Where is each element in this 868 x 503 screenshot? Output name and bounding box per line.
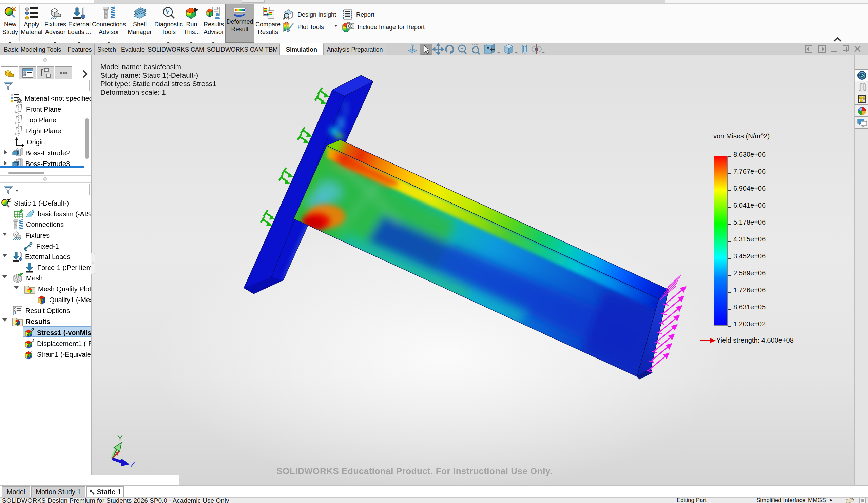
svg-text:ε: ε <box>31 349 33 353</box>
svg-text:u: u <box>31 338 34 342</box>
svg-text:?: ? <box>266 12 269 18</box>
svg-text:σ: σ <box>31 327 34 332</box>
